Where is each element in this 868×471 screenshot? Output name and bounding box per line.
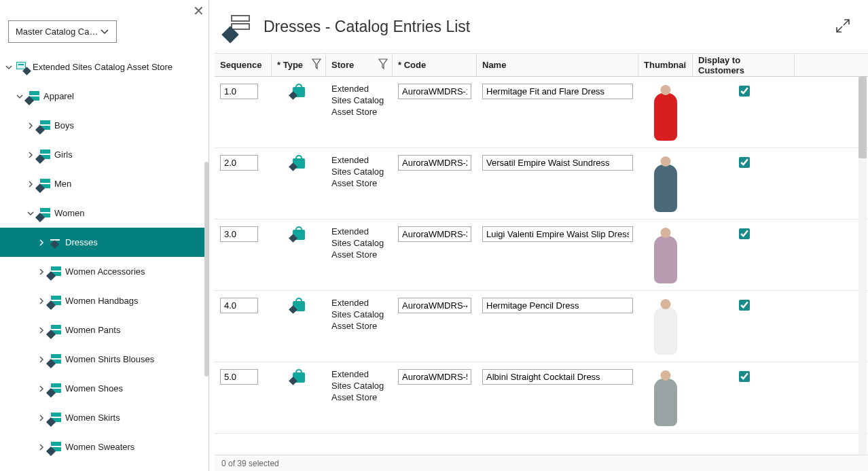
code-input[interactable] [398, 298, 471, 313]
chevron-down-icon[interactable] [24, 209, 37, 217]
chevron-right-icon[interactable] [35, 268, 48, 276]
filter-icon[interactable] [312, 58, 321, 71]
tree-label: Women Skirts [65, 413, 204, 423]
catalog-selector-label: Master Catalog Categ... [16, 27, 100, 37]
name-input[interactable] [482, 226, 633, 242]
code-input[interactable] [398, 226, 471, 242]
sequence-input[interactable] [220, 369, 258, 385]
table-row[interactable]: Extended Sites Catalog Asset Store [215, 77, 868, 148]
scrollbar-thumb[interactable] [204, 162, 209, 377]
tree-item-boys[interactable]: Boys [0, 111, 209, 140]
catalog-selector[interactable]: Master Catalog Categ... [8, 20, 117, 43]
display-checkbox[interactable] [739, 300, 750, 311]
expand-icon[interactable] [835, 18, 850, 35]
display-checkbox[interactable] [739, 371, 750, 382]
name-input[interactable] [482, 369, 633, 385]
thumbnail-image [647, 369, 685, 426]
tree-item-women-handbags[interactable]: Women Handbags [0, 286, 209, 315]
cell-store: Extended Sites Catalog Asset Store [326, 155, 393, 190]
column-type[interactable]: * Type [272, 54, 326, 76]
tree-label: Women Sweaters [65, 442, 204, 452]
tree-item-dresses[interactable]: Dresses [0, 228, 209, 257]
tree-item-women-shoes[interactable]: Women Shoes [0, 374, 209, 403]
tree-item-women-pants[interactable]: Women Pants [0, 315, 209, 345]
table-row[interactable]: Extended Sites Catalog Asset Store [215, 148, 868, 220]
tree-item-women-sweaters[interactable]: Women Sweaters [0, 432, 209, 461]
display-checkbox[interactable] [739, 228, 750, 239]
scrollbar-thumb[interactable] [858, 77, 867, 158]
category-icon [48, 413, 62, 423]
chevron-down-icon[interactable] [3, 63, 15, 71]
cell-thumbnail [638, 155, 693, 212]
tree-item-men[interactable]: Men [0, 169, 209, 198]
chevron-right-icon[interactable] [35, 385, 48, 393]
column-display[interactable]: Display to Customers [693, 54, 795, 76]
product-type-icon [293, 84, 305, 97]
chevron-right-icon[interactable] [24, 122, 37, 130]
chevron-right-icon[interactable] [24, 151, 37, 159]
sequence-input[interactable] [220, 226, 258, 242]
code-input[interactable] [398, 84, 471, 99]
tree-item-women-accessories[interactable]: Women Accessories [0, 257, 209, 286]
filter-icon[interactable] [378, 58, 388, 71]
cell-thumbnail [638, 226, 693, 283]
chevron-right-icon[interactable] [35, 297, 48, 305]
tree-label: Women Accessories [65, 266, 204, 277]
product-type-icon [293, 298, 305, 311]
scrollbar-track[interactable] [858, 77, 867, 455]
column-name[interactable]: Name [477, 54, 638, 76]
close-icon[interactable]: ✕ [193, 4, 204, 18]
tree-item-women[interactable]: Women [0, 198, 209, 228]
grid-footer: 0 of 39 selected [215, 455, 868, 471]
display-checkbox[interactable] [739, 86, 750, 97]
table-row[interactable]: Extended Sites Catalog Asset Store [215, 220, 868, 291]
tree-label: Women [54, 208, 204, 218]
cell-name [477, 84, 638, 99]
column-store[interactable]: Store [326, 54, 393, 76]
chevron-down-icon[interactable] [14, 92, 26, 101]
chevron-right-icon[interactable] [35, 443, 48, 451]
name-input[interactable] [482, 298, 633, 313]
column-sequence[interactable]: Sequence [215, 54, 272, 76]
code-input[interactable] [398, 155, 471, 171]
chevron-right-icon[interactable] [35, 239, 48, 247]
sequence-input[interactable] [220, 155, 258, 171]
cell-name [477, 155, 638, 171]
name-input[interactable] [482, 155, 633, 171]
sequence-input[interactable] [220, 298, 258, 313]
tree-item-girls[interactable]: Girls [0, 140, 209, 169]
cell-store: Extended Sites Catalog Asset Store [326, 369, 393, 404]
cell-type [272, 298, 326, 311]
chevron-right-icon[interactable] [35, 414, 48, 422]
tree-root[interactable]: Extended Sites Catalog Asset Store [0, 52, 209, 82]
sidebar: ✕ Master Catalog Categ... Extended Sites… [0, 0, 209, 471]
column-spacer [795, 54, 868, 76]
tree-label: Women Handbags [65, 296, 204, 306]
sequence-input[interactable] [220, 84, 258, 99]
chevron-right-icon[interactable] [35, 326, 48, 334]
cell-sequence [215, 226, 272, 242]
table-row[interactable]: Extended Sites Catalog Asset Store [215, 362, 868, 434]
code-input[interactable] [398, 369, 471, 385]
tree-label: Extended Sites Catalog Asset Store [33, 62, 204, 72]
cell-type [272, 226, 326, 240]
tree-item-women-shirts-blouses[interactable]: Women Shirts Blouses [0, 345, 209, 374]
page-header: Dresses - Catalog Entries List [209, 0, 868, 53]
chevron-right-icon[interactable] [35, 355, 48, 364]
cell-code [393, 155, 477, 171]
grid-body[interactable]: Extended Sites Catalog Asset StoreExtend… [215, 77, 868, 455]
name-input[interactable] [482, 84, 633, 99]
thumbnail-image [647, 298, 685, 355]
tree-label: Girls [54, 150, 204, 160]
tree-item-apparel[interactable]: Apparel [0, 82, 209, 111]
display-checkbox[interactable] [739, 157, 750, 168]
column-thumbnail[interactable]: Thumbnail [638, 54, 693, 76]
table-row[interactable]: Extended Sites Catalog Asset Store [215, 291, 868, 362]
cell-name [477, 226, 638, 242]
tree-item-women-skirts[interactable]: Women Skirts [0, 403, 209, 432]
chevron-right-icon[interactable] [24, 180, 37, 188]
cell-type [272, 369, 326, 383]
column-code[interactable]: * Code [393, 54, 477, 76]
store-icon [15, 62, 30, 73]
cell-code [393, 298, 477, 313]
